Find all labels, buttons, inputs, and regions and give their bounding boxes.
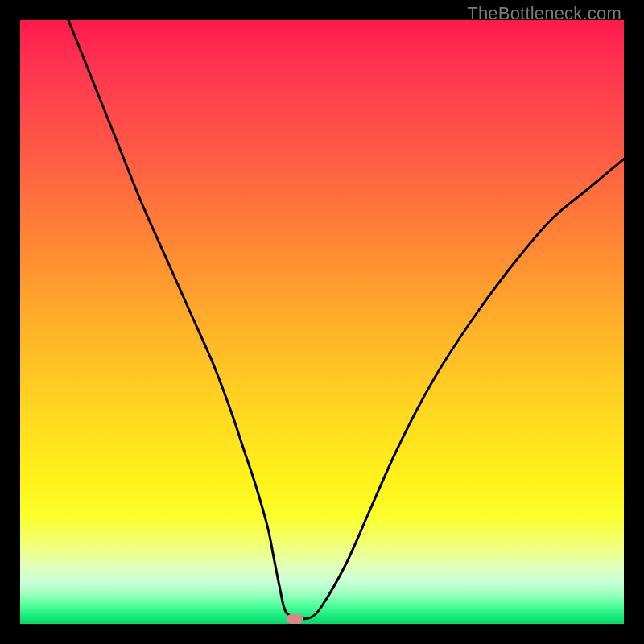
optimal-point-marker [287, 614, 303, 624]
bottleneck-curve [20, 20, 624, 624]
chart-frame: TheBottleneck.com [0, 0, 644, 644]
plot-area [20, 20, 624, 624]
watermark-text: TheBottleneck.com [467, 3, 621, 24]
